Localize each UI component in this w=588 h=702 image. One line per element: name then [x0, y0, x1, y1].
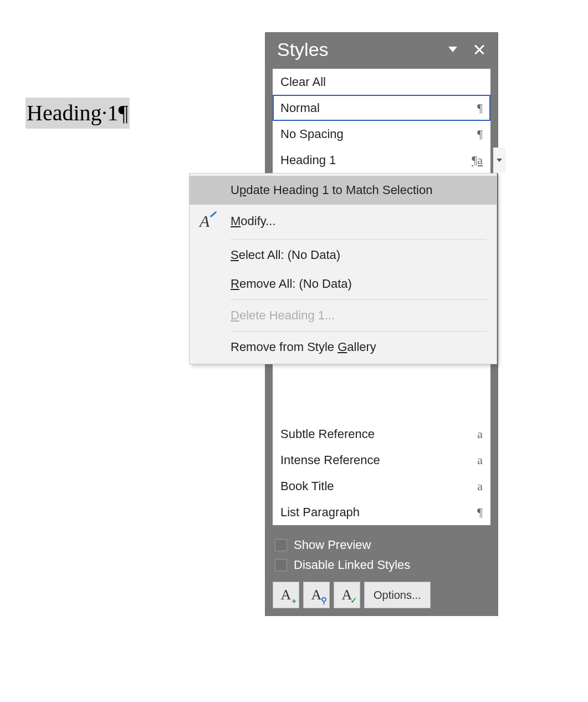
new-style-button[interactable]: A+ — [273, 582, 299, 608]
style-item-label: List Paragraph — [280, 505, 464, 520]
style-item-clear-all[interactable]: Clear All — [273, 69, 490, 95]
checkbox-icon — [275, 559, 287, 571]
style-item-label: Intense Reference — [280, 453, 464, 467]
menu-label: Remove from Style Gallery — [231, 340, 376, 354]
menu-separator — [231, 239, 487, 240]
style-item-label: Clear All — [280, 75, 464, 89]
style-item-label: Heading 1 — [280, 153, 464, 167]
chevron-down-icon — [448, 47, 457, 52]
menu-icon-slot: A — [200, 212, 231, 231]
pencil-icon: A — [200, 212, 209, 231]
style-item-label: Normal — [280, 101, 464, 115]
style-item-intense-reference[interactable]: Intense Reference a — [273, 447, 490, 473]
menu-remove-from-gallery[interactable]: Remove from Style Gallery — [190, 333, 497, 362]
character-style-icon: a — [464, 453, 483, 467]
pane-close-button[interactable] — [469, 39, 489, 59]
styles-pane-header: Styles — [265, 32, 498, 69]
paragraph-icon: ¶ — [464, 127, 483, 141]
style-inspector-button[interactable]: A⚲ — [303, 582, 330, 608]
style-item-subtle-reference[interactable]: Subtle Reference a — [273, 421, 490, 447]
close-icon — [473, 43, 485, 55]
style-context-menu: Update Heading 1 to Match Selection A Mo… — [189, 173, 497, 364]
disable-linked-checkbox-row[interactable]: Disable Linked Styles — [273, 555, 490, 575]
styles-pane-footer: Show Preview Disable Linked Styles A+ A⚲… — [265, 533, 498, 616]
manage-styles-button[interactable]: A✓ — [334, 582, 360, 608]
menu-separator — [231, 299, 487, 300]
character-style-icon: a — [464, 479, 483, 494]
paragraph-icon: ¶ — [464, 505, 483, 520]
linked-style-icon: ¶a — [464, 153, 483, 167]
show-preview-checkbox-row[interactable]: Show Preview — [273, 535, 490, 555]
chevron-down-icon — [497, 159, 502, 162]
style-item-no-spacing[interactable]: No Spacing ¶ — [273, 121, 490, 147]
menu-label: Delete Heading 1... — [231, 308, 335, 323]
menu-modify[interactable]: A Modify... — [190, 205, 497, 238]
style-item-list-paragraph[interactable]: List Paragraph ¶ — [273, 499, 490, 525]
menu-label: Modify... — [231, 214, 276, 228]
style-item-dropdown-button[interactable] — [493, 147, 505, 173]
style-item-book-title[interactable]: Book Title a — [273, 473, 490, 499]
disable-linked-label: Disable Linked Styles — [294, 558, 410, 572]
style-item-normal[interactable]: Normal ¶ — [273, 95, 490, 121]
menu-label: Update Heading 1 to Match Selection — [231, 183, 432, 197]
menu-label: Select All: (No Data) — [231, 248, 340, 262]
menu-update-to-match[interactable]: Update Heading 1 to Match Selection — [190, 176, 497, 205]
footer-buttons: A+ A⚲ A✓ Options... — [273, 582, 490, 608]
character-style-icon: a — [464, 427, 483, 441]
menu-delete-style: Delete Heading 1... — [190, 301, 497, 330]
options-button[interactable]: Options... — [364, 582, 431, 608]
menu-remove-all[interactable]: Remove All: (No Data) — [190, 269, 497, 298]
style-item-label: Book Title — [280, 479, 464, 494]
styles-pane-title: Styles — [277, 39, 436, 60]
menu-separator — [231, 331, 487, 332]
menu-select-all[interactable]: Select All: (No Data) — [190, 241, 497, 269]
show-preview-label: Show Preview — [294, 538, 371, 552]
pane-menu-button[interactable] — [443, 39, 463, 59]
style-item-heading-1[interactable]: Heading 1 ¶a — [273, 147, 490, 173]
menu-label: Remove All: (No Data) — [231, 277, 352, 291]
document-selected-text: Heading·1¶ — [25, 98, 130, 129]
checkbox-icon — [275, 539, 287, 551]
style-item-label: No Spacing — [280, 127, 464, 141]
paragraph-icon: ¶ — [464, 101, 483, 115]
style-item-label: Subtle Reference — [280, 427, 464, 441]
